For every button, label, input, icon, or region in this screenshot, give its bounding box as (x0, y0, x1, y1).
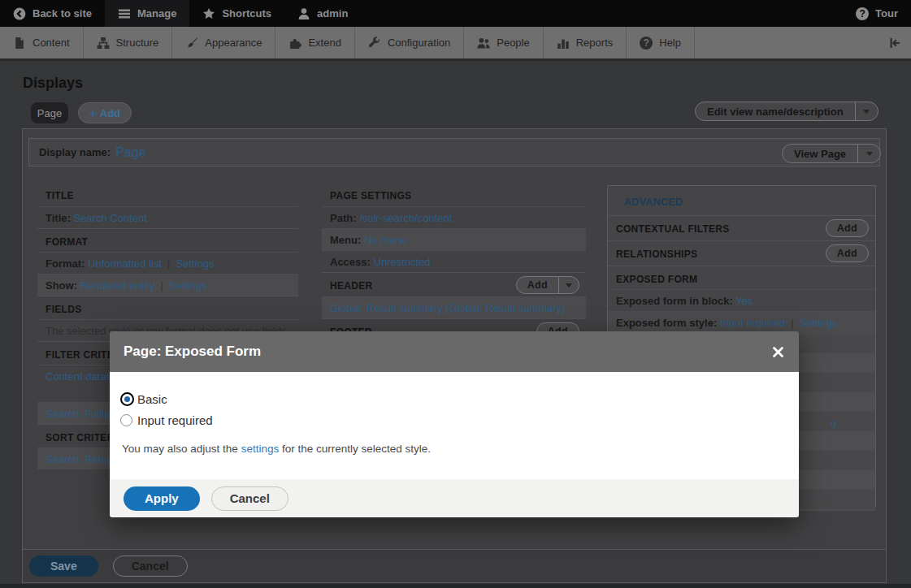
access-label: Access: (330, 256, 371, 268)
radio-option-input-required: Input required (120, 409, 786, 430)
menu-item-configuration[interactable]: Configuration (355, 27, 464, 58)
path-value-link[interactable]: /solr-search/content (359, 212, 452, 224)
toolbar-spacer (361, 0, 843, 27)
path-row: Path: /solr-search/content (322, 206, 586, 228)
show-value-link[interactable]: Rendered entity (80, 279, 155, 292)
extend-label: Extend (308, 37, 341, 49)
contextual-filters-add-button[interactable]: Add (826, 219, 869, 237)
back-to-site-label: Back to site (33, 7, 92, 19)
user-label: admin (317, 7, 348, 19)
relationships-heading: RELATIONSHIPS Add (608, 240, 875, 266)
menu-item-content[interactable]: Content (0, 27, 84, 58)
add-display-button[interactable]: + Add (78, 102, 132, 123)
radio-basic-label[interactable]: Basic (137, 392, 167, 406)
view-page-button[interactable]: View Page (782, 144, 881, 163)
advanced-summary[interactable]: ADVANCED (608, 186, 875, 215)
exposed-form-dialog: Page: Exposed Form Basic Input required … (110, 331, 799, 517)
display-name-label: Display name: (39, 146, 111, 158)
header-global-link[interactable]: Global: Result summary (Global: Result s… (330, 302, 566, 314)
header-add-label: Add (517, 277, 558, 293)
tray-spacer (695, 27, 878, 58)
exposed-style-link[interactable]: Input required (720, 317, 785, 329)
help-question-icon: ? (640, 37, 653, 50)
header-add-button[interactable]: Add (516, 276, 579, 294)
header-bucket-heading: HEADER Add (322, 272, 586, 296)
exposed-in-block-row: Exposed form in block: Yes (608, 289, 875, 311)
radio-selected-icon[interactable] (120, 392, 134, 406)
cancel-button[interactable]: Cancel (113, 556, 188, 577)
toolbar-item-manage[interactable]: Manage (105, 0, 189, 27)
dialog-buttonpane: Apply Cancel (110, 479, 799, 517)
menu-item-structure[interactable]: Structure (84, 27, 173, 58)
obscured-link-fragment[interactable]: o (831, 417, 836, 430)
format-value-link[interactable]: Unformatted list (88, 257, 162, 270)
admin-toolbar: Back to site Manage Shortcuts admin ? To… (0, 0, 911, 27)
format-settings-link[interactable]: Settings (176, 257, 214, 270)
menu-value-link[interactable]: No menu (364, 234, 407, 246)
form-actions-row: Save Cancel (22, 550, 887, 583)
apply-button[interactable]: Apply (124, 486, 200, 511)
exposed-form-heading: EXPOSED FORM (608, 266, 875, 289)
note-text-before: You may also adjust the (122, 443, 238, 455)
display-tab-page[interactable]: Page (31, 102, 68, 123)
path-label: Path: (330, 212, 357, 224)
toolbar-collapse-button[interactable] (878, 27, 911, 58)
display-name-link[interactable]: Page (115, 145, 145, 160)
hamburger-icon (118, 7, 131, 20)
appearance-label: Appearance (205, 37, 262, 49)
configuration-wrench-icon (368, 37, 381, 50)
format-row: Format: Unformatted list|Settings (37, 252, 298, 274)
menu-item-help[interactable]: ? Help (627, 27, 695, 58)
contextual-filters-heading: CONTEXTUAL FILTERS Add (608, 215, 875, 240)
reports-barchart-icon (557, 37, 570, 50)
dialog-body: Basic Input required You may also adjust… (110, 372, 799, 479)
reports-label: Reports (576, 37, 614, 49)
fields-bucket-heading: FIELDS (37, 296, 298, 319)
menu-item-appearance[interactable]: Appearance (172, 27, 275, 58)
dialog-titlebar[interactable]: Page: Exposed Form (110, 331, 799, 372)
tour-label: Tour (875, 7, 898, 19)
menu-item-people[interactable]: People (464, 27, 543, 58)
show-settings-link[interactable]: Settings (169, 279, 207, 292)
radio-option-basic: Basic (120, 388, 786, 409)
header-global-row: Global: Result summary (Global: Result s… (322, 296, 586, 318)
view-page-dropdown-toggle[interactable] (857, 145, 880, 162)
toolbar-item-shortcuts[interactable]: Shortcuts (189, 0, 284, 27)
relationships-add-button[interactable]: Add (826, 244, 869, 262)
show-row: Show: Rendered entity|Settings (37, 274, 298, 296)
shortcuts-label: Shortcuts (222, 7, 271, 19)
back-arrow-icon (13, 7, 26, 20)
separator: | (162, 257, 176, 270)
chevron-down-icon (863, 110, 870, 114)
close-icon (772, 346, 784, 358)
radio-input-required-label[interactable]: Input required (137, 413, 213, 427)
menu-label: Menu: (330, 234, 361, 246)
separator: | (154, 279, 168, 292)
save-button[interactable]: Save (29, 556, 98, 577)
exposed-in-block-link[interactable]: Yes (735, 295, 753, 307)
dialog-cancel-button[interactable]: Cancel (211, 486, 288, 511)
content-label: Content (33, 37, 70, 49)
content-file-icon (13, 37, 26, 50)
menu-item-reports[interactable]: Reports (544, 27, 627, 58)
edit-view-name-button[interactable]: Edit view name/description (695, 102, 878, 121)
settings-link[interactable]: settings (241, 443, 280, 455)
header-add-dropdown-toggle[interactable] (558, 277, 579, 293)
toolbar-item-user[interactable]: admin (284, 0, 361, 27)
menu-item-extend[interactable]: Extend (275, 27, 354, 58)
people-label: People (497, 37, 529, 49)
access-value-link[interactable]: Unrestricted (374, 256, 431, 268)
page-settings-heading: PAGE SETTINGS (322, 183, 586, 206)
radio-unselected-icon[interactable] (120, 414, 132, 426)
relationships-label: RELATIONSHIPS (616, 249, 697, 260)
dialog-close-button[interactable] (770, 344, 786, 360)
appearance-brush-icon (185, 37, 198, 50)
toolbar-item-tour[interactable]: ? Tour (843, 0, 911, 27)
exposed-style-settings-link[interactable]: Settings (800, 317, 838, 329)
format-bucket-heading: FORMAT (37, 228, 298, 252)
title-value-link[interactable]: Search Content (73, 212, 146, 224)
back-to-site-button[interactable]: Back to site (0, 0, 105, 27)
manage-label: Manage (137, 7, 176, 19)
edit-view-dropdown-toggle[interactable] (855, 102, 878, 120)
collapse-left-icon (888, 37, 901, 50)
